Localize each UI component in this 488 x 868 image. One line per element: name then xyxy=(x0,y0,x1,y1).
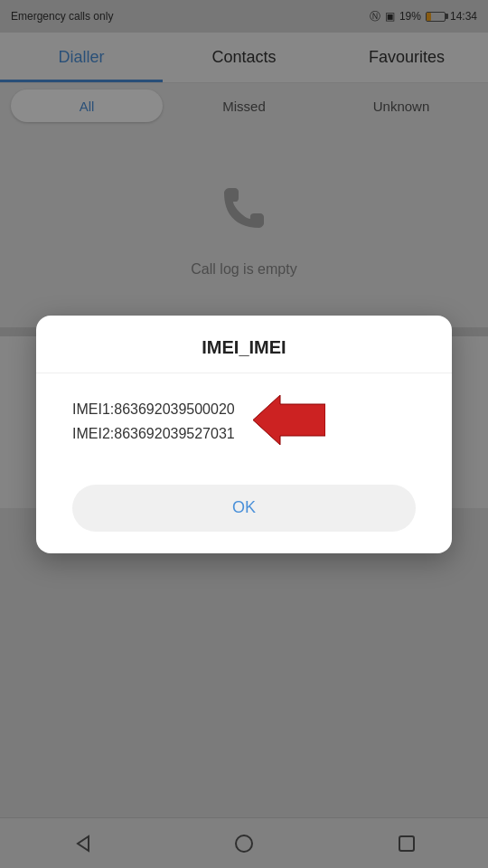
imei2-text: IMEI2:863692039527031 xyxy=(72,421,235,446)
ok-button[interactable]: OK xyxy=(72,485,416,532)
dialog-title: IMEI_IMEI xyxy=(36,316,452,373)
arrow-icon xyxy=(253,395,325,448)
imei-dialog: IMEI_IMEI IMEI1:863692039500020 IMEI2:86… xyxy=(36,316,452,553)
dialog-content: IMEI1:863692039500020 IMEI2:863692039527… xyxy=(36,373,452,470)
dialog-actions: OK xyxy=(36,470,452,553)
imei1-text: IMEI1:863692039500020 xyxy=(72,397,235,421)
dialog-overlay: IMEI_IMEI IMEI1:863692039500020 IMEI2:86… xyxy=(0,0,488,868)
imei-info: IMEI1:863692039500020 IMEI2:863692039527… xyxy=(72,397,235,446)
svg-marker-0 xyxy=(253,395,325,445)
